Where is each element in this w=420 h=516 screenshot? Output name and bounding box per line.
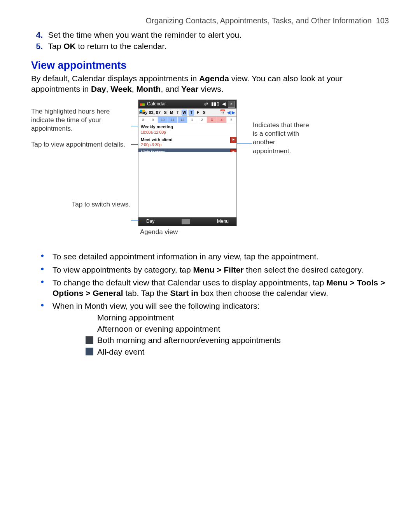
lead-text: views. — [198, 84, 223, 93]
step-number: 5. — [31, 41, 43, 51]
day-w[interactable]: W — [182, 110, 187, 115]
lead-text: , and — [161, 84, 181, 93]
tip-text: tab. Tap the — [123, 289, 170, 297]
connector-line — [236, 143, 252, 143]
step-4: 4. Set the time when you want the remind… — [31, 30, 389, 40]
lead-text: By default, Calendar displays appointmen… — [31, 74, 199, 83]
indicator-icon — [86, 348, 93, 355]
chapter-title: Organizing Contacts, Appointments, Tasks… — [145, 16, 371, 25]
indicator-row: Both morning and afternoon/evening appoi… — [86, 335, 389, 345]
appointment-item[interactable]: Meet with client 2:00p-3:30p ⚑ — [138, 136, 236, 149]
hour-cell: 3 — [207, 117, 217, 123]
callouts-left: The highlighted hours here indicate the … — [31, 107, 130, 215]
appointment-item[interactable]: Weekly meeting 10:00a-12:00p — [138, 123, 236, 136]
softkey-left[interactable]: Day — [146, 219, 154, 225]
page-number: 103 — [376, 16, 389, 25]
windows-flag-icon — [140, 101, 145, 107]
tips-list: To see detailed appointment information … — [31, 251, 389, 357]
hour-cell: 9 — [148, 117, 158, 123]
connector-line — [131, 144, 139, 145]
sip-keyboard-icon[interactable] — [182, 219, 190, 224]
day-s2[interactable]: S — [202, 110, 206, 115]
softkey-bar: Day Menu — [138, 217, 236, 226]
step-5: 5. Tap OK to return to the calendar. — [31, 41, 389, 51]
indicator-label: Both morning and afternoon/evening appoi… — [97, 335, 281, 345]
calendar-icon[interactable]: 📅 — [220, 109, 226, 115]
tip-bold: Start in — [170, 289, 198, 297]
signal-icon: ▮▮▯ — [211, 101, 219, 107]
device-screenshot: Calendar ⇄ ▮▮▯ ◀ × May 03, 07 S M T W T … — [138, 100, 237, 226]
tip-text: To view appointments by category, tap — [52, 265, 193, 274]
lead-bold: Year — [181, 84, 198, 93]
hour-cell: 5 — [227, 117, 236, 123]
lead-bold: Day — [91, 84, 106, 93]
titlebar: Calendar ⇄ ▮▮▯ ◀ × — [138, 100, 236, 108]
tip-text: then select the desired category. — [244, 265, 364, 274]
day-t[interactable]: T — [175, 110, 180, 115]
nav-prev[interactable]: ◀ — [226, 110, 231, 115]
tip-text: To change the default view that Calendar… — [52, 278, 326, 287]
steps-list: 4. Set the time when you want the remind… — [31, 30, 389, 52]
volume-icon: ◀ — [222, 101, 226, 107]
lead-bold: Week — [110, 84, 131, 93]
hour-cell: 4 — [217, 117, 227, 123]
hour-cell: 12 — [178, 117, 187, 123]
hour-cell: 8 — [138, 117, 148, 123]
lead-text: , — [106, 84, 111, 93]
hour-cell: 2 — [197, 117, 207, 123]
lead-text: , — [132, 84, 136, 93]
network-icon: ⇄ — [204, 101, 208, 107]
conflict-icon: ⚑ — [230, 137, 236, 143]
softkey-right[interactable]: Menu — [217, 219, 229, 225]
appt-title: Weekly meeting — [141, 124, 234, 129]
status-icons: ⇄ ▮▮▯ ◀ — [203, 101, 226, 107]
appt-time: 2:00p-3:30p — [141, 142, 234, 147]
tip-item: To view appointments by category, tap Me… — [52, 264, 389, 275]
indicator-icon — [86, 313, 93, 321]
day-f[interactable]: F — [196, 110, 200, 115]
day-t2[interactable]: T — [189, 110, 194, 115]
indicator-label: Afternoon or evening appointment — [97, 324, 220, 334]
step-text-before: Tap — [48, 42, 63, 51]
tip-item: When in Month view, you will see the fol… — [52, 301, 389, 357]
step-text: Set the time when you want the reminder … — [48, 30, 242, 39]
close-button[interactable]: × — [228, 101, 235, 108]
tip-item: To see detailed appointment information … — [52, 251, 389, 262]
tip-bold: Menu > Filter — [193, 265, 243, 274]
hour-cell: 1 — [187, 117, 197, 123]
day-s[interactable]: S — [163, 110, 168, 115]
month-indicators: Morning appointment Afternoon or evening… — [86, 312, 389, 357]
empty-area — [138, 152, 236, 217]
callout-highlighted-hours: The highlighted hours here indicate the … — [31, 107, 130, 133]
appt-time: 10:00a-12:00p — [141, 130, 234, 135]
indicator-label: Morning appointment — [97, 312, 174, 323]
callouts-right: Indicates that there is a conflict with … — [253, 121, 315, 160]
page-header: Organizing Contacts, Appointments, Tasks… — [31, 16, 389, 26]
hour-row: 8 9 10 11 12 1 2 3 4 5 — [138, 117, 236, 123]
indicator-row: All-day event — [86, 346, 389, 357]
day-m[interactable]: M — [169, 110, 174, 115]
nav-next[interactable]: ▶ — [231, 110, 236, 115]
hour-cell: 11 — [168, 117, 178, 123]
figure-caption: Agenda view — [140, 228, 178, 236]
indicator-row: Morning appointment — [86, 312, 389, 323]
step-number: 4. — [31, 30, 43, 40]
lead-bold: Agenda — [199, 74, 229, 83]
lead-bold: Month — [136, 84, 161, 93]
callout-tap-details: Tap to view appointment details. — [31, 140, 130, 149]
week-days[interactable]: S M T W T F S — [163, 110, 219, 115]
appt-title: Meet with client — [141, 137, 234, 142]
callout-switch-views: Tap to switch views. — [31, 200, 130, 209]
step-bold: OK — [63, 42, 76, 51]
tip-text: box then choose the calendar view. — [198, 289, 328, 297]
indicator-row: Afternoon or evening appointment — [86, 324, 389, 334]
tip-text: To see detailed appointment information … — [52, 252, 318, 261]
step-text-after: to return to the calendar. — [76, 42, 166, 51]
figure-agenda-view: The highlighted hours here indicate the … — [31, 100, 389, 240]
indicator-icon — [86, 336, 93, 344]
hour-cell: 10 — [158, 117, 168, 123]
callout-conflict: Indicates that there is a conflict with … — [253, 121, 315, 155]
lead-paragraph: By default, Calendar displays appointmen… — [31, 73, 389, 94]
app-title: Calendar — [147, 101, 166, 107]
date-row[interactable]: May 03, 07 S M T W T F S 📅 ◀ ▶ — [138, 108, 236, 117]
